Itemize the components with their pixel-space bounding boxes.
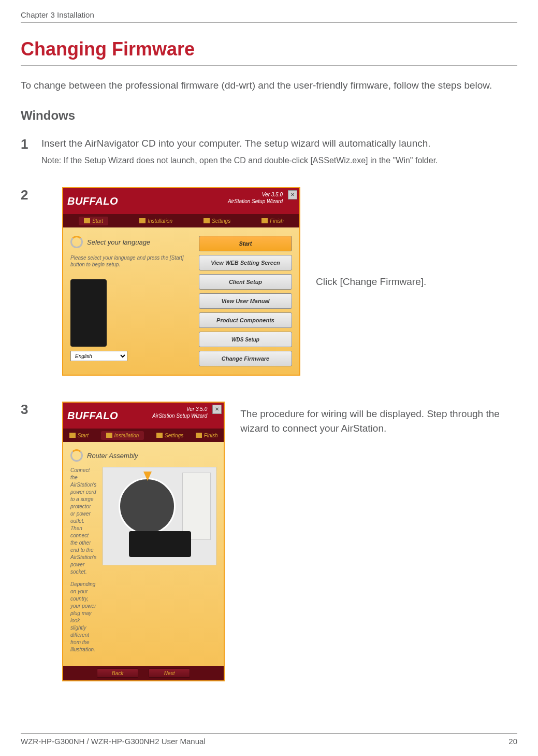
view-web-setting-button[interactable]: View WEB Setting Screen [199,255,292,270]
wizard-version: Ver 3.5.0 [152,406,207,412]
step-number: 3 [21,402,41,418]
step-3-instruction: The procedure for wiring will be display… [240,407,517,435]
router-image [70,279,107,347]
wds-setup-button[interactable]: WDS Setup [199,332,292,347]
assembly-p2: Depending on your country, your power pl… [70,581,96,653]
step-number: 1 [21,136,41,152]
spinner-icon [70,449,83,462]
step-1-text: Insert the AirNavigator CD into your com… [41,136,517,151]
language-hint: Please select your language and press th… [70,254,194,268]
wizard-version-title: Ver 3.5.0 AirStation Setup Wizard [152,406,207,419]
buffalo-logo: BUFFALO [67,410,118,422]
tab-start[interactable]: Start [79,217,108,225]
wrench-icon [156,433,163,438]
wizard-subtitle: AirStation Setup Wizard [152,412,207,419]
assembly-p1: Connect the AirStation's power cord to a… [70,467,96,576]
wizard-content: Select your language Please select your … [63,227,299,375]
connection-highlight-icon [119,478,176,535]
wizard-tabs: Start Installation Settings Finish [63,429,224,442]
wizard-titlebar: BUFFALO Ver 3.5.0 AirStation Setup Wizar… [63,403,224,429]
tab-finish[interactable]: Finish [196,433,218,438]
buffalo-logo: BUFFALO [67,195,118,207]
gear-icon [106,433,112,438]
tab-settings[interactable]: Settings [203,218,230,224]
intro-text: To change between the professional firmw… [21,78,517,93]
flag-icon [196,433,202,438]
clapboard-icon [69,433,76,438]
wizard-tabs: Start Installation Settings Finish [63,214,299,227]
select-language-label: Select your language [87,238,150,246]
wizard-screenshot-1: BUFFALO Ver 3.5.0 AirStation Setup Wizar… [62,187,300,376]
back-button[interactable]: Back [97,668,138,678]
assembly-image [103,467,216,565]
wizard-subtitle: AirStation Setup Wizard [228,198,283,205]
gear-icon [139,218,146,223]
wrench-icon [203,218,210,223]
step-2-instruction: Click [Change Firmware]. [316,275,426,289]
arrow-down-icon [143,472,152,481]
assembly-instructions: Connect the AirStation's power cord to a… [70,467,96,659]
spinner-icon [70,236,83,248]
close-icon[interactable]: ✕ [288,190,297,199]
client-setup-button[interactable]: Client Setup [199,274,292,290]
next-button[interactable]: Next [149,668,190,678]
change-firmware-button[interactable]: Change Firmware [199,351,292,366]
tab-installation[interactable]: Installation [139,218,172,224]
section-heading: Windows [21,108,517,123]
tab-installation[interactable]: Installation [101,431,144,440]
wizard-footer: Back Next [63,666,224,680]
wizard-version-title: Ver 3.5.0 AirStation Setup Wizard [228,191,283,205]
flag-icon [261,218,268,223]
chapter-label: Chapter 3 Installation [21,10,94,19]
wizard-titlebar: BUFFALO Ver 3.5.0 AirStation Setup Wizar… [63,188,299,214]
router-assembly-label: Router Assembly [87,452,138,460]
step-1-note: Note: If the Setup Wizard does not launc… [41,154,517,166]
tab-start[interactable]: Start [69,433,89,438]
product-components-button[interactable]: Product Components [199,312,292,328]
wizard-screenshot-2: BUFFALO Ver 3.5.0 AirStation Setup Wizar… [62,402,225,681]
page-title: Changing Firmware [21,38,517,66]
view-user-manual-button[interactable]: View User Manual [199,293,292,309]
step-number: 2 [21,187,41,203]
tab-finish[interactable]: Finish [261,218,284,224]
page-number: 20 [508,737,517,746]
pc-tower-image [182,473,211,540]
step-1: 1 Insert the AirNavigator CD into your c… [21,136,517,167]
language-select[interactable]: English [70,351,127,361]
page-footer: WZR-HP-G300NH / WZR-HP-G300NH2 User Manu… [21,733,517,746]
start-button[interactable]: Start [199,236,292,251]
manual-title: WZR-HP-G300NH / WZR-HP-G300NH2 User Manu… [21,737,206,746]
clapboard-icon [84,218,90,223]
tab-settings[interactable]: Settings [156,433,183,438]
close-icon[interactable]: ✕ [212,405,222,414]
wizard-content: Router Assembly Connect the AirStation's… [63,442,224,666]
wizard-version: Ver 3.5.0 [228,191,283,198]
router-image [129,531,191,557]
